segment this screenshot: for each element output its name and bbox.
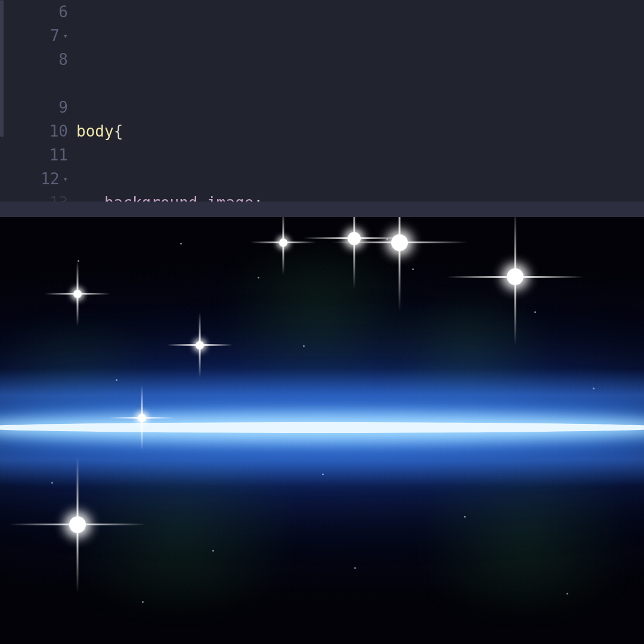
- line-number: 11: [0, 143, 76, 167]
- line-number: 13: [0, 191, 76, 202]
- scrollbar[interactable]: [0, 0, 4, 137]
- line-number: [0, 72, 76, 95]
- fold-icon[interactable]: ▾: [63, 32, 68, 40]
- pane-divider[interactable]: [0, 202, 644, 217]
- preview-pane: [0, 217, 644, 644]
- line-number: 9: [0, 95, 76, 119]
- code-area[interactable]: body{ background-image: url(https://i.im…: [76, 0, 644, 202]
- code-line: [76, 48, 644, 72]
- line-number: 7▾: [0, 24, 76, 48]
- galactic-plane: [0, 422, 644, 433]
- fold-icon[interactable]: ▾: [63, 175, 68, 183]
- code-editor[interactable]: 6 7▾ 8 9 10 11 12▾ 13 body{ background-i…: [0, 0, 644, 202]
- line-number: 12▾: [0, 167, 76, 191]
- code-line: body{: [76, 119, 644, 143]
- line-number-gutter: 6 7▾ 8 9 10 11 12▾ 13: [0, 0, 76, 202]
- code-line: background-image:: [76, 191, 644, 202]
- line-number: 6: [0, 0, 76, 24]
- line-number: 8: [0, 48, 76, 72]
- line-number: 10: [0, 119, 76, 143]
